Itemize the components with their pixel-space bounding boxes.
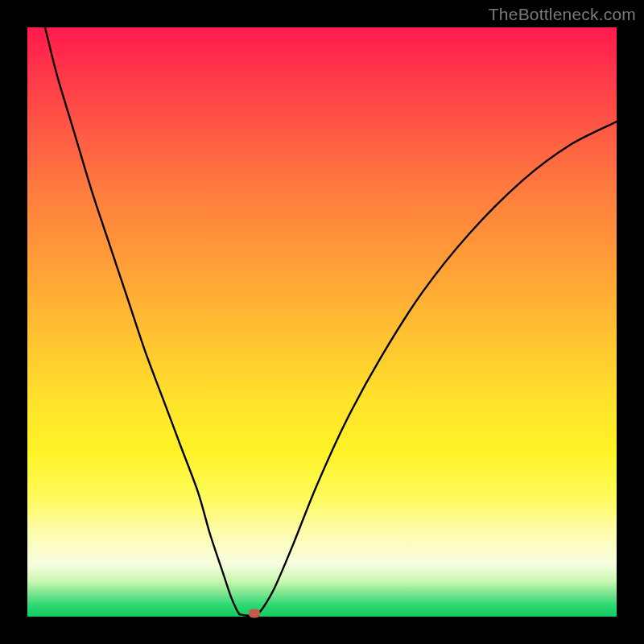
plot-area [27,27,617,617]
optimum-marker [249,609,260,618]
chart-frame: TheBottleneck.com [0,0,644,644]
watermark-text: TheBottleneck.com [489,5,636,24]
bottleneck-curve [27,27,617,617]
